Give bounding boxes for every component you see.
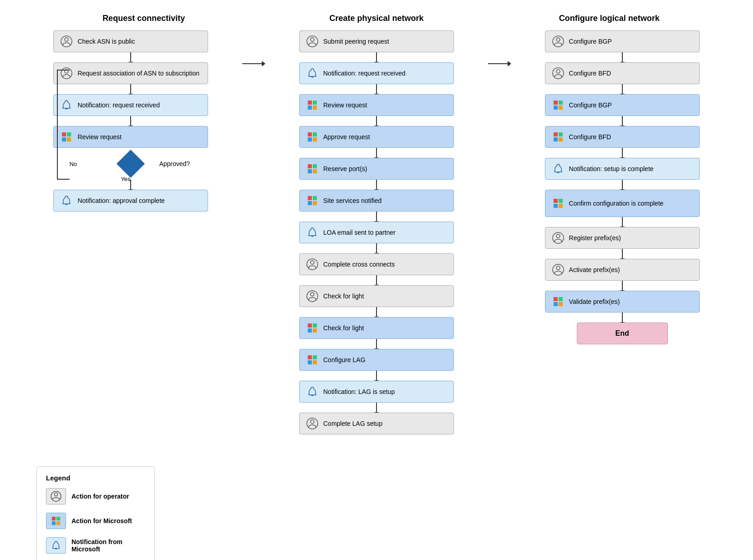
node-configure-bgp-ms-text: Configure BGP	[569, 101, 693, 109]
node-reserve-ports: Reserve port(s)	[299, 158, 454, 180]
arrow	[376, 116, 377, 126]
operator-icon	[552, 67, 565, 80]
arrow	[376, 403, 377, 413]
microsoft-icon	[306, 322, 319, 334]
svg-rect-36	[308, 360, 312, 364]
microsoft-icon	[552, 131, 565, 143]
svg-rect-16	[308, 137, 312, 141]
node-configure-lag-text: Configure LAG	[323, 356, 447, 364]
yes-label: Yes	[121, 176, 130, 182]
node-configure-bgp-op-text: Configure BGP	[569, 37, 693, 45]
svg-rect-24	[308, 201, 312, 205]
arrow	[622, 281, 623, 291]
legend-operator-node	[46, 488, 66, 505]
arrow	[376, 243, 377, 253]
legend-notification-label: Notification from Microsoft	[71, 538, 145, 553]
operator-icon	[306, 417, 319, 430]
node-notification-received-1: Notification: request received	[53, 94, 208, 116]
node-activate-prefix: Activate prefix(es)	[545, 259, 700, 281]
node-notification-received-2: Notification: request received	[299, 62, 454, 84]
legend-section: Legend Action for operator Action for Mi…	[9, 434, 744, 560]
decision-approved: No Approved? Yes	[53, 148, 208, 180]
arrow	[376, 275, 377, 285]
connector-1-2	[242, 63, 265, 64]
node-activate-prefix-text: Activate prefix(es)	[569, 266, 693, 274]
arrow	[376, 307, 377, 317]
col1-title-text: Request connectivity	[102, 14, 185, 23]
connector-arrowhead	[508, 61, 511, 66]
svg-point-29	[310, 293, 314, 296]
microsoft-icon	[552, 197, 565, 210]
node-approve-request: Approve request	[299, 126, 454, 148]
svg-rect-50	[554, 137, 558, 141]
microsoft-icon	[552, 295, 565, 308]
svg-rect-68	[52, 521, 56, 525]
svg-rect-52	[554, 199, 558, 203]
node-configure-bfd-op-text: Configure BFD	[569, 69, 693, 77]
svg-rect-31	[313, 323, 317, 328]
microsoft-icon	[306, 131, 319, 143]
svg-rect-18	[308, 164, 312, 168]
arrow	[376, 339, 377, 349]
arrow	[376, 148, 377, 158]
arrow	[622, 180, 623, 190]
node-check-light-ms: Check for light	[299, 317, 454, 339]
node-configure-bgp-ms: Configure BGP	[545, 94, 700, 116]
svg-rect-33	[313, 328, 317, 333]
microsoft-icon	[306, 162, 319, 175]
operator-icon	[306, 35, 319, 48]
col3-title-text: Configure logical network	[559, 14, 660, 23]
arrow	[622, 52, 623, 62]
node-request-association-text: Request association of ASN to subscripti…	[77, 69, 201, 77]
svg-rect-54	[554, 204, 558, 208]
operator-icon	[306, 290, 319, 303]
node-configure-lag: Configure LAG	[299, 349, 454, 371]
legend-item-notification: Notification from Microsoft	[46, 537, 145, 554]
arrow	[376, 212, 377, 222]
legend-microsoft-label: Action for Microsoft	[71, 517, 132, 525]
col2-title: Create physical network	[281, 14, 472, 23]
node-notification-approval-text: Notification: approval complete	[77, 197, 201, 205]
connector-line	[242, 63, 265, 64]
legend-item-microsoft: Action for Microsoft	[46, 513, 145, 529]
notification-icon	[306, 226, 319, 239]
col3-title: Configure logical network	[514, 14, 705, 23]
node-validate-prefix: Validate prefix(es)	[545, 291, 700, 313]
node-confirm-config: Confirm configuration is complete	[545, 190, 700, 217]
node-end: End	[577, 323, 668, 344]
legend-notification-node	[46, 537, 66, 554]
svg-rect-12	[308, 106, 312, 110]
svg-rect-53	[559, 199, 563, 203]
no-label: No	[69, 161, 77, 167]
svg-rect-19	[313, 164, 317, 168]
legend-operator-label: Action for operator	[71, 493, 129, 500]
svg-rect-66	[52, 517, 56, 520]
arrow	[376, 84, 377, 94]
node-notification-received-1-text: Notification: request received	[77, 101, 201, 109]
svg-point-59	[556, 266, 560, 270]
svg-rect-49	[559, 132, 563, 136]
svg-rect-34	[308, 355, 312, 359]
svg-rect-11	[313, 101, 317, 105]
svg-rect-67	[56, 517, 60, 520]
arrow	[130, 116, 131, 126]
svg-rect-30	[308, 323, 312, 328]
operator-icon	[552, 263, 565, 276]
column-create-physical: Submit peering request Notification: req…	[281, 30, 472, 434]
operator-icon	[60, 35, 73, 48]
node-check-asn-text: Check ASN is public	[77, 37, 201, 45]
svg-rect-14	[308, 132, 312, 136]
svg-point-41	[556, 38, 560, 41]
svg-point-65	[55, 493, 58, 496]
arrow	[376, 180, 377, 190]
svg-rect-48	[554, 132, 558, 136]
node-setup-complete: Notification: setup is complete	[545, 158, 700, 180]
connector-arrowhead	[262, 61, 265, 66]
node-lag-setup: Notification: LAG is setup	[299, 381, 454, 403]
svg-point-39	[310, 420, 314, 424]
svg-rect-15	[313, 132, 317, 136]
node-cross-connects: Complete cross connects	[299, 253, 454, 275]
arrow	[376, 52, 377, 62]
svg-rect-47	[559, 106, 563, 110]
svg-rect-45	[559, 101, 563, 105]
